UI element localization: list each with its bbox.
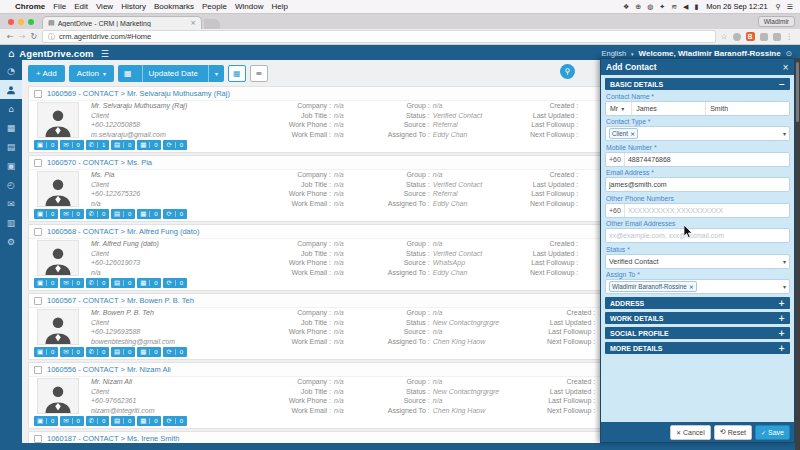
media-button[interactable]: ▣0 bbox=[34, 140, 58, 150]
search-button[interactable]: ⚲ bbox=[560, 64, 575, 79]
sidebar-item-dashboard[interactable]: ◔ bbox=[0, 61, 22, 80]
grid-view-button[interactable]: ▦ bbox=[228, 65, 246, 82]
notification-center-icon[interactable]: ☰ bbox=[787, 3, 793, 11]
extension-icon[interactable] bbox=[733, 33, 741, 41]
social-profile-section[interactable]: SOCIAL PROFILE + bbox=[605, 327, 790, 339]
menu-view[interactable]: View bbox=[96, 2, 113, 11]
cancel-button[interactable]: ✕ Cancel bbox=[670, 425, 711, 440]
contact-type-select[interactable]: Client × ▾ bbox=[605, 126, 790, 141]
maximize-window-button[interactable] bbox=[28, 19, 34, 25]
contact-id-link[interactable]: 1060570 - CONTACT > Ms. Pia bbox=[47, 158, 152, 167]
minimize-window-button[interactable] bbox=[18, 19, 24, 25]
tasks-button[interactable]: ▦0 bbox=[137, 209, 161, 219]
save-button[interactable]: ✓ Save bbox=[755, 425, 790, 440]
call-button[interactable]: ✆0 bbox=[86, 416, 109, 426]
tasks-button[interactable]: ▦0 bbox=[137, 278, 161, 288]
notes-button[interactable]: ▤0 bbox=[111, 347, 135, 357]
app-brand[interactable]: AgentDrive.com bbox=[19, 48, 93, 59]
row-checkbox[interactable] bbox=[34, 366, 42, 374]
reload-button[interactable]: ↻ bbox=[30, 32, 37, 41]
volume-icon[interactable]: ◀ bbox=[683, 3, 688, 11]
scrollbar-thumb[interactable] bbox=[796, 62, 799, 122]
notes-button[interactable]: ▤0 bbox=[111, 140, 135, 150]
menu-file[interactable]: File bbox=[53, 2, 66, 11]
email-button[interactable]: ✉0 bbox=[60, 416, 83, 426]
panel-scrollbar[interactable] bbox=[795, 58, 800, 450]
new-tab-button[interactable] bbox=[204, 19, 220, 29]
browser-tab[interactable]: ▤ AgentDrive - CRM | Marketing × bbox=[42, 16, 202, 29]
call-button[interactable]: ✆0 bbox=[86, 209, 109, 219]
back-button[interactable]: ← bbox=[7, 32, 14, 41]
url-field[interactable]: ⓘ crm.agentdrive.com/#Home bbox=[42, 30, 716, 43]
browser-profile-button[interactable]: Wladimir bbox=[758, 16, 795, 27]
remove-tag-icon[interactable]: × bbox=[630, 129, 635, 138]
reset-button[interactable]: ⟲ Reset bbox=[714, 425, 752, 440]
row-checkbox[interactable] bbox=[34, 159, 42, 167]
notes-button[interactable]: ▤0 bbox=[111, 209, 135, 219]
media-button[interactable]: ▣0 bbox=[34, 416, 58, 426]
sidebar-item-email[interactable]: ✉ bbox=[0, 194, 22, 213]
sidebar-item-listings[interactable]: ▤ bbox=[0, 137, 22, 156]
more-details-section[interactable]: MORE DETAILS + bbox=[605, 342, 790, 354]
browser-menu-icon[interactable]: ⋮ bbox=[786, 32, 794, 41]
email-button[interactable]: ✉0 bbox=[60, 140, 83, 150]
row-checkbox[interactable] bbox=[34, 435, 42, 443]
sidebar-item-settings[interactable]: ⚙ bbox=[0, 232, 22, 251]
forward-button[interactable]: → bbox=[19, 32, 26, 41]
history-button[interactable]: ⟳0 bbox=[163, 347, 186, 357]
contact-id-link[interactable]: 1060569 - CONTACT > Mr. Selvaraju Muthus… bbox=[47, 89, 230, 98]
media-button[interactable]: ▣0 bbox=[34, 347, 58, 357]
logout-power-icon[interactable]: ⊙ bbox=[786, 49, 792, 58]
call-button[interactable]: ✆1 bbox=[86, 140, 109, 150]
menubar-clock[interactable]: Mon 26 Sep 12:21 bbox=[706, 2, 767, 11]
spotlight-icon[interactable]: ⚲ bbox=[776, 3, 781, 11]
work-details-section[interactable]: WORK DETAILS + bbox=[605, 312, 790, 324]
call-button[interactable]: ✆0 bbox=[86, 278, 109, 288]
remove-tag-icon[interactable]: × bbox=[689, 282, 694, 291]
history-button[interactable]: ⟳0 bbox=[163, 416, 186, 426]
app-menu-icon[interactable]: ☰ bbox=[101, 49, 109, 59]
history-button[interactable]: ⟳0 bbox=[163, 140, 186, 150]
sidebar-item-properties[interactable]: ⌂ bbox=[0, 99, 22, 118]
address-section[interactable]: ADDRESS + bbox=[605, 297, 790, 309]
sidebar-item-deals[interactable]: ▣ bbox=[0, 156, 22, 175]
last-name-input[interactable]: Smith bbox=[705, 102, 776, 115]
menubar-status-icon[interactable]: ❖ bbox=[623, 3, 629, 11]
email-button[interactable]: ✉0 bbox=[60, 209, 83, 219]
add-button[interactable]: + Add bbox=[28, 65, 65, 82]
collapse-icon[interactable]: − bbox=[778, 80, 785, 89]
sidebar-item-reminders[interactable]: ◴ bbox=[0, 175, 22, 194]
expand-icon[interactable]: + bbox=[778, 329, 785, 338]
row-checkbox[interactable] bbox=[34, 228, 42, 236]
panel-close-icon[interactable]: × bbox=[782, 63, 789, 72]
media-button[interactable]: ▣0 bbox=[34, 209, 58, 219]
sidebar-item-reports[interactable]: ▥ bbox=[0, 213, 22, 232]
call-button[interactable]: ✆0 bbox=[86, 347, 109, 357]
basic-details-section[interactable]: BASIC DETAILS − bbox=[605, 78, 790, 90]
menubar-status-icon[interactable]: ✦ bbox=[659, 3, 665, 11]
battery-icon[interactable]: ▮ bbox=[694, 3, 698, 11]
menu-history[interactable]: History bbox=[121, 2, 146, 11]
extension-icon[interactable] bbox=[773, 33, 781, 41]
bookmark-star-icon[interactable]: ☆ bbox=[721, 32, 728, 41]
history-button[interactable]: ⟳0 bbox=[163, 278, 186, 288]
notes-button[interactable]: ▤0 bbox=[111, 416, 135, 426]
close-window-button[interactable] bbox=[8, 19, 14, 25]
other-phone-input[interactable]: +60 XXXXXXXXXX,XXXXXXXXXX bbox=[605, 203, 790, 218]
other-email-input[interactable]: xx@example.com, xxx@hotmail.com bbox=[605, 228, 790, 243]
assign-to-select[interactable]: Wladimir Baranoff-Rossine × ▾ bbox=[605, 279, 790, 294]
mobile-number-input[interactable]: +60 48874476868 bbox=[605, 152, 790, 167]
email-button[interactable]: ✉0 bbox=[60, 347, 83, 357]
menu-chrome[interactable]: Chrome bbox=[15, 2, 45, 11]
tasks-button[interactable]: ▦0 bbox=[137, 140, 161, 150]
contact-id-link[interactable]: 1060567 - CONTACT > Mr. Bowen P. B. Teh bbox=[47, 296, 194, 305]
row-checkbox[interactable] bbox=[34, 90, 42, 98]
status-select[interactable]: Verified Contact ▾ bbox=[605, 254, 790, 269]
sidebar-item-contacts[interactable] bbox=[0, 80, 22, 99]
expand-icon[interactable]: + bbox=[778, 344, 785, 353]
language-selector[interactable]: English bbox=[601, 49, 626, 58]
contact-id-link[interactable]: 1060568 - CONTACT > Mr. Alfred Fung (dat… bbox=[47, 227, 200, 236]
email-address-input[interactable]: james@smith.com bbox=[605, 177, 790, 192]
extension-b-icon[interactable]: B bbox=[746, 32, 755, 41]
contact-id-link[interactable]: 1060187 - CONTACT > Ms. Irene Smith bbox=[47, 434, 179, 443]
